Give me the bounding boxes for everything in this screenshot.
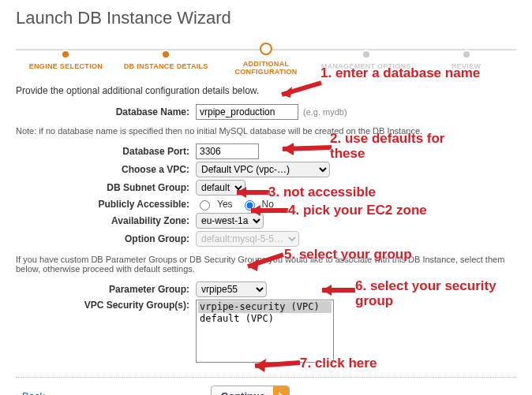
page-title: Launch DB Instance Wizard	[16, 8, 516, 28]
step-review: REVIEW	[416, 62, 516, 70]
database-port-input[interactable]	[196, 143, 259, 159]
database-name-example: (e.g. mydb)	[303, 107, 347, 117]
back-link[interactable]: ‹ Back	[16, 390, 45, 396]
publicly-accessible-no-label: No	[262, 199, 274, 210]
subnet-group-label: DB Subnet Group:	[16, 182, 196, 193]
step-management-options: MANAGEMENT OPTIONS	[316, 62, 416, 70]
intro-text: Provide the optional additional configur…	[16, 85, 516, 96]
vpc-label: Choose a VPC:	[16, 164, 196, 175]
subnet-group-select[interactable]: default	[196, 180, 245, 196]
database-name-label: Database Name:	[16, 106, 196, 117]
vpc-security-group-label: VPC Security Group(s):	[16, 300, 196, 311]
option-group-select[interactable]: default:mysql-5-5…	[196, 231, 299, 247]
arrow-right-icon	[273, 386, 289, 395]
database-port-label: Database Port:	[16, 146, 196, 157]
publicly-accessible-yes-radio[interactable]	[200, 200, 210, 211]
publicly-accessible-label: Publicly Accessible:	[16, 199, 196, 210]
continue-button[interactable]: Continue	[211, 386, 290, 395]
step-additional-configuration: ADDITIONAL CONFIGURATION	[216, 60, 317, 76]
vpc-security-group-listbox[interactable]: vrpipe-security (VPC) default (VPC)	[196, 300, 334, 363]
param-group-note: If you have custom DB Parameter Groups o…	[16, 255, 516, 274]
db-name-note: Note: if no database name is specified t…	[16, 126, 516, 136]
publicly-accessible-yes-label: Yes	[217, 199, 233, 210]
step-engine-selection: ENGINE SELECTION	[16, 62, 116, 70]
database-name-input[interactable]	[196, 104, 298, 120]
vpc-select[interactable]: Default VPC (vpc-…)	[196, 162, 330, 177]
parameter-group-select[interactable]: vrpipe55	[196, 281, 267, 297]
availability-zone-label: Availability Zone:	[16, 215, 196, 226]
availability-zone-select[interactable]: eu-west-1a	[196, 213, 264, 229]
publicly-accessible-no-radio[interactable]	[245, 200, 255, 211]
option-group-label: Option Group:	[16, 233, 196, 244]
step-db-instance-details: DB INSTANCE DETAILS	[116, 62, 216, 70]
wizard-stepper: ENGINE SELECTION DB INSTANCE DETAILS ADD…	[16, 44, 516, 76]
parameter-group-label: Parameter Group:	[16, 284, 196, 295]
